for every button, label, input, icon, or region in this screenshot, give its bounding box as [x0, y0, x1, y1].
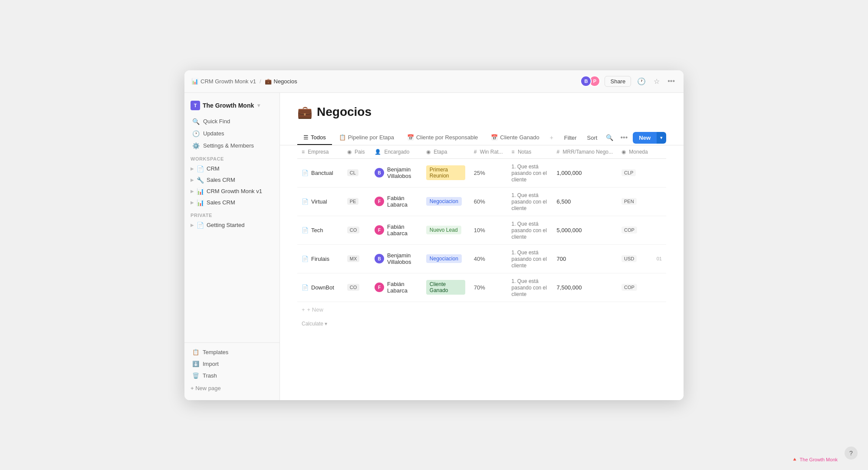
breadcrumb-item-1[interactable]: 📊 CRM Growth Monk v1 — [191, 78, 256, 85]
mrr-value-2: 5,000,000 — [557, 227, 582, 233]
cell-pais-2: CO — [343, 216, 370, 244]
salescrm-label: Sales CRM — [207, 177, 235, 183]
calculate-button[interactable]: Calculate ▾ — [297, 317, 666, 330]
moneda-badge-3: USD — [621, 255, 637, 262]
tab-todos[interactable]: ☰ Todos — [297, 131, 332, 145]
sidebar-bottom: 📋 Templates ⬇️ Import 🗑️ Trash + New pag… — [184, 342, 279, 395]
updates-label: Updates — [203, 130, 224, 137]
col-empresa[interactable]: ≡ Empresa — [297, 145, 343, 159]
notas-value-1: 1. Que está pasando con el cliente — [512, 192, 547, 211]
cell-encargado-2: F Fabián Labarca — [370, 216, 422, 244]
new-page-button[interactable]: + New page — [184, 381, 279, 395]
sidebar-item-updates[interactable]: 🕐 Updates — [186, 128, 278, 140]
empresa-name-1: Virtual — [311, 198, 327, 205]
cell-winrate-1: 60% — [470, 187, 507, 216]
sidebar-item-import[interactable]: ⬇️ Import — [186, 358, 278, 370]
col-pais[interactable]: ◉ Pais — [343, 145, 370, 159]
cell-notas-1: 1. Que está pasando con el cliente — [507, 187, 552, 216]
tab-cliente-ganado[interactable]: 📅 Cliente Ganado — [485, 131, 545, 145]
sidebar-item-getting-started[interactable]: ▶ 📄 Getting Started — [186, 220, 278, 231]
share-button[interactable]: Share — [605, 76, 631, 87]
encargado-name-0: Benjamin Villalobos — [387, 166, 418, 179]
new-btn-group: New ▾ — [633, 132, 666, 144]
cell-mrr-2: 5,000,000 — [552, 216, 617, 244]
cell-empresa-3: 📄 Firulais — [297, 244, 343, 273]
title-bar: 📊 CRM Growth Monk v1 / 💼 Negocios B P Sh… — [184, 70, 684, 93]
tab-todos-label: Todos — [311, 134, 326, 141]
etapa-badge-2: Nuevo Lead — [426, 226, 461, 234]
import-label: Import — [203, 361, 219, 367]
table-row[interactable]: 📄 DownBot CO F Fabián Labarca Cliente Ga… — [297, 273, 666, 302]
mrr-value-1: 6,500 — [557, 198, 571, 205]
table-body: 📄 Banctual CL B Benjamin Villalobos Prim… — [297, 158, 666, 302]
updates-icon: 🕐 — [192, 130, 200, 137]
table-row[interactable]: 📄 Virtual PE F Fabián Labarca Negociacio… — [297, 187, 666, 216]
salescrm-arrow: ▶ — [191, 177, 194, 182]
winrate-value-4: 70% — [474, 284, 485, 291]
col-notas-icon: ≡ — [512, 149, 515, 155]
col-encargado[interactable]: 👤 Encargado — [370, 145, 422, 159]
sidebar-item-quickfind[interactable]: 🔍 Quick Find — [186, 115, 278, 128]
sidebar-item-salescrm[interactable]: ▶ 🔧 Sales CRM — [186, 174, 278, 186]
col-moneda[interactable]: ◉ Moneda — [617, 145, 652, 159]
table-row[interactable]: 📄 Banctual CL B Benjamin Villalobos Prim… — [297, 158, 666, 187]
sort-button[interactable]: Sort — [584, 133, 601, 143]
cell-etapa-0: Primera Reunion — [422, 158, 470, 187]
tab-add-button[interactable]: + — [546, 131, 557, 145]
import-icon: ⬇️ — [192, 361, 199, 367]
cell-etapa-1: Negociacion — [422, 187, 470, 216]
empresa-icon-0: 📄 — [302, 170, 309, 176]
more-toolbar-icon[interactable]: ••• — [618, 132, 629, 143]
moneda-badge-0: CLP — [621, 169, 636, 176]
tab-todos-icon: ☰ — [303, 134, 309, 141]
history-icon[interactable]: 🕐 — [635, 76, 648, 87]
sidebar-item-settings[interactable]: ⚙️ Settings & Members — [186, 140, 278, 152]
cell-empresa-0: 📄 Banctual — [297, 158, 343, 187]
moneda-badge-4: COP — [621, 284, 637, 291]
cell-moneda-3: USD — [617, 244, 652, 273]
tab-cliente-responsable[interactable]: 📅 Cliente por Responsable — [401, 131, 484, 145]
table-row[interactable]: 📄 Tech CO F Fabián Labarca Nuevo Lead 10… — [297, 216, 666, 244]
workspace-title[interactable]: T The Growth Monk ▾ — [184, 98, 279, 115]
table-row[interactable]: 📄 Firulais MX B Benjamin Villalobos Nego… — [297, 244, 666, 273]
star-icon[interactable]: ☆ — [652, 76, 661, 87]
cell-extra-2 — [652, 216, 666, 244]
moneda-badge-1: PEN — [621, 198, 637, 205]
col-encargado-icon: 👤 — [375, 149, 381, 155]
empresa-name-0: Banctual — [311, 170, 333, 176]
new-button[interactable]: New — [633, 132, 657, 144]
breadcrumb: 📊 CRM Growth Monk v1 / 💼 Negocios — [191, 78, 575, 85]
filter-button[interactable]: Filter — [561, 133, 580, 143]
tab-pipeline[interactable]: 📋 Pipeline por Etapa — [333, 131, 400, 145]
content-area: 💼 Negocios ☰ Todos 📋 Pipeline por Etapa … — [280, 93, 684, 400]
more-icon[interactable]: ••• — [666, 76, 677, 87]
crm-icon: 📊 — [191, 78, 198, 85]
col-etapa[interactable]: ◉ Etapa — [422, 145, 470, 159]
col-mrr[interactable]: # MRR/Tamano Nego... — [552, 145, 617, 159]
new-dropdown-arrow[interactable]: ▾ — [657, 132, 666, 144]
breadcrumb-item-2[interactable]: 💼 Negocios — [265, 78, 297, 85]
sidebar-item-crm[interactable]: ▶ 📄 CRM — [186, 163, 278, 174]
help-button[interactable]: ? — [845, 447, 858, 460]
main-layout: T The Growth Monk ▾ 🔍 Quick Find 🕐 Updat… — [184, 93, 684, 400]
crmgrowth-arrow: ▶ — [191, 189, 194, 194]
col-notas[interactable]: ≡ Notas — [507, 145, 552, 159]
calculate-label: Calculate ▾ — [302, 321, 327, 327]
sidebar-item-crmgrowth[interactable]: ▶ 📊 CRM Growth Monk v1 — [186, 186, 278, 197]
notas-value-4: 1. Que está pasando con el cliente — [512, 278, 547, 297]
cell-extra-0 — [652, 158, 666, 187]
col-extra — [652, 145, 666, 159]
col-etapa-icon: ◉ — [426, 149, 431, 155]
table-header-row: ≡ Empresa ◉ Pais 👤 Encargado — [297, 145, 666, 159]
add-row-button[interactable]: + + New — [297, 302, 666, 317]
trash-label: Trash — [203, 372, 217, 379]
col-winrate[interactable]: # Win Rat... — [470, 145, 507, 159]
cell-winrate-4: 70% — [470, 273, 507, 302]
sidebar-item-templates[interactable]: 📋 Templates — [186, 346, 278, 358]
app-window: 📊 CRM Growth Monk v1 / 💼 Negocios B P Sh… — [184, 70, 684, 400]
search-toolbar-icon[interactable]: 🔍 — [604, 132, 615, 143]
crm-tree-icon: 📄 — [197, 165, 204, 172]
sidebar-item-salescrm2[interactable]: ▶ 📊 Sales CRM — [186, 197, 278, 208]
encargado-avatar-0: B — [375, 168, 384, 177]
sidebar-item-trash[interactable]: 🗑️ Trash — [186, 370, 278, 381]
